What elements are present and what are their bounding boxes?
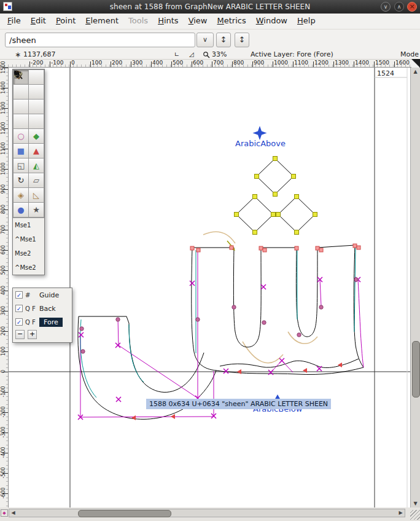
curve-point-marker[interactable]	[80, 327, 84, 331]
tool-rotate[interactable]: ↻	[14, 173, 28, 187]
direction-point-marker[interactable]	[131, 415, 136, 420]
remove-layer-button[interactable]: −	[15, 330, 25, 339]
control-point-x[interactable]	[279, 358, 284, 363]
selected-point-marker[interactable]	[357, 246, 360, 249]
selected-point-marker[interactable]	[259, 246, 263, 250]
direction-point-marker[interactable]	[237, 369, 241, 374]
dot-vertex-marker[interactable]	[253, 230, 257, 235]
dot-vertex-marker[interactable]	[271, 213, 276, 217]
dot-vertex-marker[interactable]	[253, 195, 257, 199]
tool-scroll-hand[interactable]	[29, 85, 44, 99]
tool-ruler[interactable]	[29, 100, 44, 114]
scroll-up-arrow[interactable]: ▲	[411, 68, 420, 76]
selected-point-marker[interactable]	[353, 244, 357, 248]
tool-star[interactable]: ★	[29, 203, 44, 217]
menu-view[interactable]: View	[184, 14, 212, 28]
curve-point-marker[interactable]	[116, 318, 120, 321]
selected-point-marker[interactable]	[316, 246, 319, 250]
layer-visibility-checkbox[interactable]: ✓	[15, 318, 23, 326]
tool-spiro[interactable]	[29, 114, 44, 128]
tool-rotate-3d[interactable]: ◈	[14, 188, 28, 202]
menu-metrics[interactable]: Metrics	[212, 14, 251, 28]
layer-name-fore[interactable]: Fore	[39, 318, 63, 327]
curve-point-marker[interactable]	[81, 350, 85, 353]
mouse-binding-ctrl-mse1[interactable]: ^Mse1	[13, 232, 44, 246]
tool-magnify[interactable]	[29, 70, 44, 84]
dot-vertex-marker[interactable]	[255, 174, 259, 179]
vertical-scrollbar-handle[interactable]	[412, 341, 420, 398]
layer-name-guide[interactable]: Guide	[39, 291, 59, 299]
control-point-x[interactable]	[261, 284, 266, 289]
add-layer-button[interactable]: +	[28, 330, 37, 339]
direction-point-marker[interactable]	[338, 362, 342, 367]
horizontal-scrollbar[interactable]: ◀ ▶	[9, 509, 405, 517]
horizontal-scrollbar-handle[interactable]	[78, 510, 171, 517]
tool-pen[interactable]	[14, 114, 28, 128]
control-point-x[interactable]	[116, 397, 121, 402]
menu-element[interactable]: Element	[80, 14, 123, 28]
menu-file[interactable]: File	[2, 14, 26, 28]
mouse-binding-mse1[interactable]: Mse1	[13, 218, 44, 232]
tool-scale[interactable]: ◱	[14, 159, 28, 173]
mouse-binding-mse2[interactable]: Mse2	[13, 246, 44, 260]
direction-point-marker[interactable]	[171, 414, 175, 419]
dot-vertex-marker[interactable]	[295, 230, 299, 235]
dot-vertex-marker[interactable]	[235, 213, 239, 217]
tool-knife[interactable]	[14, 100, 28, 114]
vertical-scrollbar[interactable]: ▲ ▼	[410, 68, 420, 507]
vertical-ruler[interactable]: 1500140013001200110010009008007006005004…	[0, 68, 9, 507]
tool-hvcurve-point[interactable]: ◆	[29, 129, 44, 143]
selected-point-marker[interactable]	[230, 246, 233, 249]
mouse-binding-ctrl-mse2[interactable]: ^Mse2	[13, 260, 44, 275]
scroll-right-arrow[interactable]: ▶	[397, 509, 405, 517]
selected-point-marker[interactable]	[196, 248, 200, 252]
anchor-above-star-icon[interactable]	[253, 126, 267, 140]
menu-point[interactable]: Point	[51, 14, 80, 28]
maximize-button[interactable]: ∧	[394, 2, 404, 12]
control-point-x[interactable]	[268, 370, 273, 375]
tool-corner-point[interactable]: ■	[14, 144, 28, 158]
curve-point-marker[interactable]	[319, 305, 323, 309]
selected-point-marker[interactable]	[319, 248, 323, 252]
curve-point-marker[interactable]	[354, 278, 358, 281]
curve-point-marker[interactable]	[232, 305, 236, 309]
curve-point-marker[interactable]	[262, 321, 266, 324]
menu-help[interactable]: Help	[292, 14, 321, 28]
minimize-button[interactable]: ∨	[381, 2, 391, 12]
control-point-x[interactable]	[79, 332, 84, 337]
selected-point-marker[interactable]	[190, 246, 194, 250]
glyph-list-dropdown-button[interactable]: ∨	[196, 33, 214, 47]
layer-name-back[interactable]: Back	[39, 305, 56, 313]
tool-ellipse[interactable]: ●	[14, 203, 28, 217]
direction-point-marker[interactable]	[303, 368, 307, 373]
curve-point-marker[interactable]	[297, 333, 301, 337]
dot-vertex-marker[interactable]	[273, 192, 278, 197]
tool-tangent-point[interactable]: ▲	[29, 144, 44, 158]
glyph-search-input[interactable]	[5, 33, 195, 47]
horizontal-ruler[interactable]: -200-10001002003004005006007008009001000…	[0, 59, 411, 68]
dot-vertex-marker[interactable]	[273, 157, 278, 161]
window-resize-grip[interactable]	[410, 510, 420, 520]
layer-visibility-checkbox[interactable]: ✓	[15, 305, 23, 312]
prev-glyph-button[interactable]: ↕	[216, 33, 231, 47]
scroll-down-arrow[interactable]: ▼	[411, 499, 420, 507]
selected-point-marker[interactable]	[295, 246, 298, 250]
dot-vertex-marker[interactable]	[292, 174, 296, 179]
glyph-canvas[interactable]: 1524 ArabicAbove ArabicBelow 1588 0x634 …	[9, 68, 410, 507]
control-point-x[interactable]	[115, 343, 120, 348]
dot-vertex-marker[interactable]	[313, 213, 317, 217]
next-glyph-button[interactable]: ↕	[235, 33, 249, 47]
dot-vertex-marker[interactable]	[276, 213, 281, 217]
tool-curve-point[interactable]: ○	[14, 129, 28, 143]
close-button[interactable]: ×	[407, 2, 417, 12]
menu-window[interactable]: Window	[251, 14, 292, 28]
menu-edit[interactable]: Edit	[26, 14, 51, 28]
tool-flip[interactable]: ◭	[29, 159, 44, 173]
control-point-x[interactable]	[190, 281, 195, 286]
menu-hints[interactable]: Hints	[153, 14, 184, 28]
tool-freehand[interactable]	[14, 85, 28, 99]
scroll-left-arrow[interactable]: ◀	[9, 509, 17, 517]
curve-point-marker[interactable]	[196, 318, 200, 321]
layer-visibility-checkbox[interactable]: ✓	[15, 291, 23, 299]
selected-point-marker[interactable]	[263, 248, 266, 252]
